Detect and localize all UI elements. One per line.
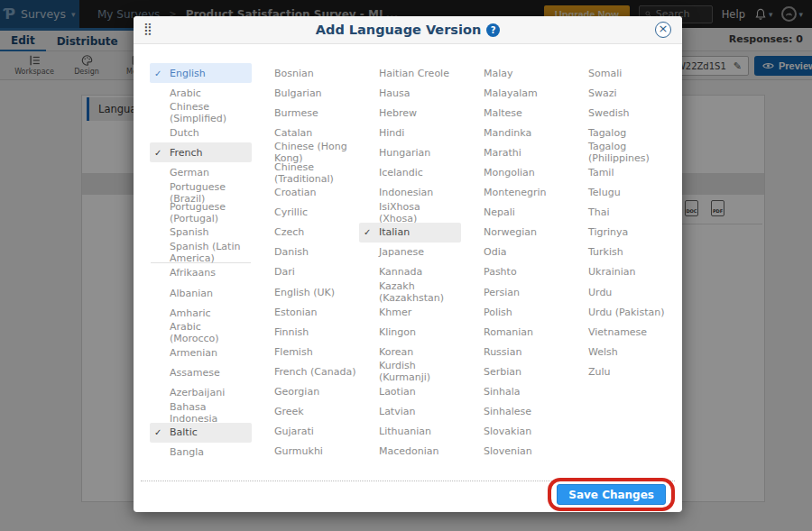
language-option[interactable]: Haitian Creole — [359, 63, 461, 83]
language-option[interactable]: Czech — [254, 223, 356, 243]
language-option[interactable]: Thai — [568, 203, 670, 223]
language-option[interactable]: Maltese — [464, 103, 566, 123]
language-option[interactable]: Odia — [464, 243, 566, 262]
language-option[interactable]: Tagalog (Philippines) — [568, 142, 670, 162]
language-option[interactable]: Burmese — [254, 103, 356, 123]
language-option[interactable]: Portuguese (Portugal) — [150, 203, 252, 223]
language-option[interactable]: Marathi — [464, 142, 566, 162]
language-option[interactable]: Persian — [464, 282, 566, 302]
language-option[interactable]: Russian — [464, 342, 566, 362]
save-changes-button[interactable]: Save Changes — [557, 484, 666, 505]
language-option[interactable]: Lithuanian — [359, 422, 461, 442]
language-option[interactable]: Armenian — [150, 343, 252, 362]
language-option[interactable]: Hebrew — [359, 103, 461, 123]
language-option[interactable]: Portuguese (Brazil) — [150, 183, 252, 203]
language-option[interactable]: Slovakian — [464, 422, 566, 442]
language-option[interactable]: German — [150, 162, 252, 182]
language-option[interactable]: Malay — [464, 63, 566, 83]
language-option[interactable]: Flemish — [254, 342, 356, 362]
language-option[interactable]: Vietnamese — [568, 322, 670, 342]
close-icon[interactable]: × — [655, 22, 671, 38]
language-option[interactable]: Urdu (Pakistan) — [568, 302, 670, 322]
language-option[interactable]: Catalan — [254, 123, 356, 142]
language-option[interactable]: Croatian — [254, 183, 356, 203]
language-option[interactable]: Gujarati — [254, 422, 356, 442]
language-option[interactable]: Afrikaans — [150, 263, 252, 283]
language-option[interactable]: Danish — [254, 243, 356, 262]
language-option[interactable]: Dari — [254, 262, 356, 282]
language-option[interactable]: Bulgarian — [254, 83, 356, 103]
language-option[interactable]: Macedonian — [359, 442, 461, 462]
language-option[interactable]: Serbian — [464, 362, 566, 381]
language-option[interactable]: Korean — [359, 342, 461, 362]
language-option[interactable]: Chinese (Hong Kong) — [254, 142, 356, 162]
language-option[interactable]: Bangla — [150, 443, 252, 462]
language-option[interactable]: Arabic — [150, 83, 252, 103]
language-option[interactable]: Sinhalese — [464, 402, 566, 422]
language-option[interactable]: ✓Italian — [359, 223, 461, 243]
language-option[interactable]: Icelandic — [359, 162, 461, 182]
language-option[interactable]: Amharic — [150, 303, 252, 323]
language-option[interactable]: Somali — [568, 63, 670, 83]
language-option[interactable]: Bosnian — [254, 63, 356, 83]
language-option[interactable]: Nepali — [464, 203, 566, 223]
language-option[interactable]: Khmer — [359, 302, 461, 322]
language-option[interactable]: Laotian — [359, 382, 461, 402]
language-option[interactable]: Spanish — [150, 223, 252, 243]
language-option[interactable]: Telugu — [568, 183, 670, 203]
language-option[interactable]: Cyrillic — [254, 203, 356, 223]
language-option[interactable]: Montenegrin — [464, 183, 566, 203]
language-option[interactable]: Klingon — [359, 322, 461, 342]
language-option[interactable]: English (UK) — [254, 282, 356, 302]
language-option[interactable]: Finnish — [254, 322, 356, 342]
help-icon[interactable]: ? — [486, 23, 500, 37]
language-option[interactable]: Albanian — [150, 283, 252, 303]
language-option[interactable]: French (Canada) — [254, 362, 356, 381]
language-option[interactable]: ✓French — [150, 142, 252, 162]
language-option[interactable]: Polish — [464, 302, 566, 322]
language-option[interactable]: Zulu — [568, 362, 670, 381]
language-option[interactable]: Slovenian — [464, 442, 566, 462]
language-option[interactable]: Malayalam — [464, 83, 566, 103]
language-option[interactable]: ✓English — [150, 63, 252, 83]
language-option[interactable]: Kannada — [359, 262, 461, 282]
language-option[interactable]: Assamese — [150, 362, 252, 382]
language-option[interactable]: Ukrainian — [568, 262, 670, 282]
language-option[interactable]: Hindi — [359, 123, 461, 142]
language-option[interactable]: Arabic (Morocco) — [150, 323, 252, 343]
language-option[interactable]: Azerbaijani — [150, 383, 252, 403]
language-option[interactable]: Bahasa Indonesia — [150, 403, 252, 423]
language-option[interactable]: Gurmukhi — [254, 442, 356, 462]
language-option[interactable]: Hungarian — [359, 142, 461, 162]
language-option[interactable]: Tamil — [568, 162, 670, 182]
language-option[interactable]: Estonian — [254, 302, 356, 322]
language-option[interactable]: Swedish — [568, 103, 670, 123]
language-option[interactable]: Spanish (Latin America) — [150, 243, 252, 262]
language-option[interactable]: Pashto — [464, 262, 566, 282]
language-option[interactable]: Greek — [254, 402, 356, 422]
language-option[interactable]: Swazi — [568, 83, 670, 103]
language-option[interactable]: Sinhala — [464, 382, 566, 402]
language-option[interactable]: Kazakh (Kazakhstan) — [359, 282, 461, 302]
language-option[interactable]: Norwegian — [464, 223, 566, 243]
language-option[interactable]: Tagalog — [568, 123, 670, 142]
language-option[interactable]: Mandinka — [464, 123, 566, 142]
language-option[interactable]: Dutch — [150, 123, 252, 142]
language-option[interactable]: Indonesian — [359, 183, 461, 203]
language-option[interactable]: Georgian — [254, 382, 356, 402]
language-option[interactable]: Urdu — [568, 282, 670, 302]
language-option[interactable]: Chinese (Simplified) — [150, 103, 252, 123]
language-option[interactable]: Romanian — [464, 322, 566, 342]
language-option[interactable]: Kurdish (Kurmanji) — [359, 362, 461, 381]
language-option[interactable]: Chinese (Traditional) — [254, 162, 356, 182]
language-option[interactable]: Tigrinya — [568, 223, 670, 243]
language-option[interactable]: Japanese — [359, 243, 461, 262]
language-option[interactable]: Hausa — [359, 83, 461, 103]
language-option[interactable]: Welsh — [568, 342, 670, 362]
language-option[interactable]: Latvian — [359, 402, 461, 422]
language-option[interactable]: IsiXhosa (Xhosa) — [359, 203, 461, 223]
language-option[interactable]: ✓Baltic — [150, 423, 252, 443]
language-option[interactable]: Mongolian — [464, 162, 566, 182]
drag-handle-icon[interactable]: ⣿ — [143, 22, 152, 35]
language-option[interactable]: Turkish — [568, 243, 670, 262]
